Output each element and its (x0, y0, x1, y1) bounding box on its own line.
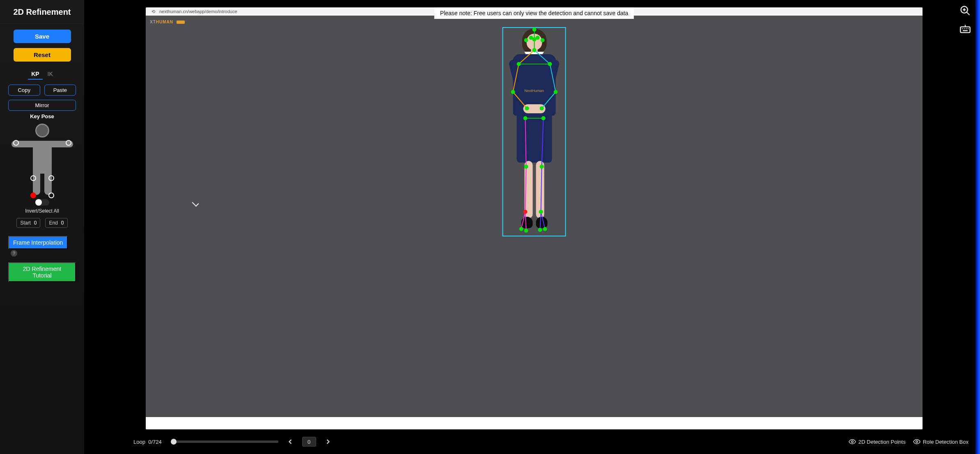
person-render: NextHuman (503, 27, 566, 236)
eye-icon (849, 438, 856, 445)
end-value: 0 (61, 220, 64, 226)
end-label: End (49, 220, 57, 226)
keypose-left-hand-joint[interactable] (13, 140, 19, 146)
svg-point-7 (964, 28, 965, 29)
timeline-slider[interactable] (172, 440, 278, 443)
keypose-right-foot-joint[interactable] (48, 193, 54, 198)
invert-select-label[interactable]: Invert/Select All (8, 208, 76, 214)
keypose-toggle[interactable] (35, 199, 49, 206)
start-frame-box[interactable]: Start 0 (16, 218, 40, 228)
keypose-right-hip-joint[interactable] (48, 175, 54, 181)
prev-frame-button[interactable] (286, 437, 295, 446)
page-title: 2D Refinement (0, 0, 84, 24)
sidebar: 2D Refinement Save Reset KP IK Copy Past… (0, 0, 84, 454)
brand-tag: XTHUMAN (150, 20, 185, 24)
copy-button[interactable]: Copy (8, 85, 40, 96)
toggle-detection-points[interactable]: 2D Detection Points (849, 438, 906, 445)
keypose-figure[interactable] (11, 124, 73, 206)
mirror-button[interactable]: Mirror (8, 100, 76, 111)
svg-point-8 (966, 28, 966, 29)
zoom-in-icon[interactable] (959, 5, 971, 16)
start-label: Start (20, 220, 30, 226)
keypose-head[interactable] (35, 124, 49, 138)
paste-button[interactable]: Paste (44, 85, 76, 96)
main: ⟲ nexthuman.cn/webapp/demo/introduce XTH… (84, 0, 980, 454)
keypose-left-foot-joint[interactable] (30, 193, 36, 198)
svg-rect-10 (963, 30, 968, 31)
chevron-right-icon (326, 439, 330, 444)
tab-kp[interactable]: KP (28, 69, 42, 80)
svg-rect-4 (960, 27, 970, 32)
svg-point-11 (851, 441, 854, 443)
end-frame-box[interactable]: End 0 (45, 218, 67, 228)
viewport-tools (959, 5, 971, 34)
canvas-bottom-strip (146, 417, 923, 429)
toggle-detection-box[interactable]: Role Detection Box (913, 438, 969, 445)
timeline-bar: Loop 0/724 0 2D Detection Points (84, 429, 980, 454)
chevron-left-icon (288, 439, 293, 444)
start-value: 0 (34, 220, 37, 226)
free-user-notice: Please note: Free users can only view th… (434, 7, 634, 19)
eye-icon (913, 438, 920, 445)
keypose-label: Key Pose (8, 113, 76, 119)
keypose-torso[interactable] (33, 141, 52, 174)
mode-tabs: KP IK (8, 69, 76, 80)
help-icon[interactable]: ? (11, 250, 17, 257)
detection-subject[interactable]: NextHuman (503, 27, 566, 236)
svg-line-1 (967, 12, 970, 15)
save-button[interactable]: Save (14, 30, 71, 43)
keypose-left-hip-joint[interactable] (30, 175, 36, 181)
frame-interpolation-button[interactable]: Frame Interpolation (8, 236, 68, 249)
current-frame-input[interactable]: 0 (302, 437, 316, 447)
svg-point-9 (968, 28, 969, 29)
keyboard-icon[interactable] (959, 23, 971, 34)
svg-point-6 (962, 28, 963, 29)
viewport[interactable]: ⟲ nexthuman.cn/webapp/demo/introduce XTH… (146, 7, 923, 429)
reset-button[interactable]: Reset (14, 48, 71, 62)
tab-ik[interactable]: IK (44, 69, 56, 79)
window-edge-accent (975, 0, 980, 454)
keypose-right-hand-joint[interactable] (66, 140, 71, 146)
loop-label: Loop 0/724 (133, 439, 162, 445)
svg-point-12 (916, 441, 918, 443)
cursor-icon (192, 200, 199, 207)
tutorial-button[interactable]: 2D Refinement Tutorial (8, 262, 76, 282)
next-frame-button[interactable] (324, 437, 333, 446)
url-text: nexthuman.cn/webapp/demo/introduce (159, 9, 237, 14)
jacket-logo: NextHuman (524, 89, 544, 93)
